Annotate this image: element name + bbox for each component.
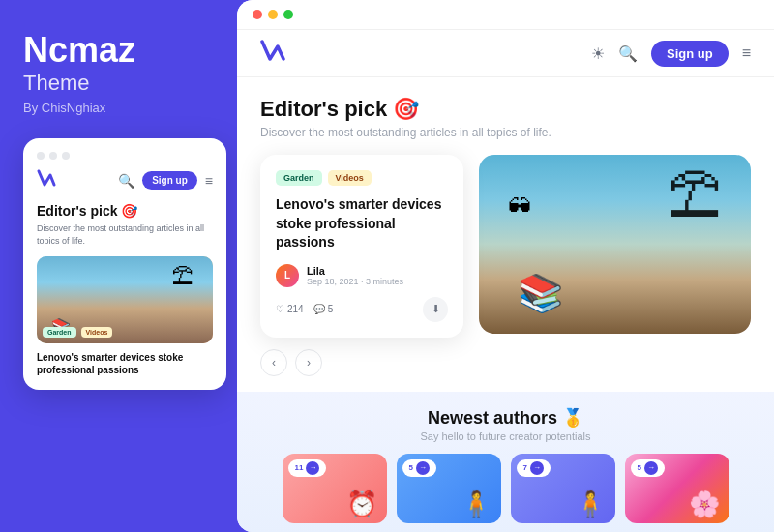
- browser-bar: [237, 0, 774, 30]
- heart-icon: ♡: [276, 304, 284, 314]
- mobile-dot-1: [37, 152, 45, 160]
- newest-authors-section: Newest authors 🥇 Say hello to future cre…: [237, 392, 774, 532]
- article-tag-garden[interactable]: Garden: [276, 170, 322, 186]
- mobile-hero-image: ⛱ 📚 Garden Videos: [37, 256, 213, 343]
- author-card-4-count: 5: [638, 463, 641, 472]
- author-card-3[interactable]: 7 → 🧍: [511, 454, 615, 523]
- mobile-article-title: Lenovo's smarter devices stoke professio…: [37, 351, 213, 376]
- article-title: Lenovo's smarter devices stoke professio…: [276, 195, 448, 252]
- mobile-article-tags: Garden Videos: [43, 327, 112, 338]
- newest-authors-heading: Newest authors 🥇: [260, 407, 751, 429]
- carousel-prev-button[interactable]: ‹: [260, 349, 287, 376]
- mobile-editors-pick-desc: Discover the most outstanding articles i…: [37, 222, 213, 247]
- brand: Ncmaz Theme: [23, 31, 214, 97]
- brand-byline: By ChisNghiax: [23, 101, 214, 115]
- hero-umbrella-icon: ⛱: [669, 164, 722, 226]
- editors-pick-subtitle: Discover the most outstanding articles i…: [260, 126, 751, 139]
- mobile-editors-pick-title: Editor's pick 🎯: [37, 203, 213, 219]
- author-card-1-count: 11: [295, 463, 304, 472]
- comments-stat: 💬 5: [313, 304, 334, 314]
- comment-icon: 💬: [313, 304, 325, 314]
- hero-beach-image: ⛱ 🕶 📚: [479, 155, 751, 334]
- comments-count: 5: [328, 304, 334, 314]
- desktop-logo-icon: [260, 40, 287, 67]
- mobile-dot-3: [62, 152, 70, 160]
- search-icon[interactable]: 🔍: [618, 44, 638, 63]
- mobile-tag-garden: Garden: [43, 327, 76, 338]
- browser-dot-red[interactable]: [253, 10, 262, 19]
- article-stats: ♡ 214 💬 5: [276, 304, 333, 314]
- mobile-mockup: 🔍 Sign up ≡ Editor's pick 🎯 Discover the…: [23, 138, 226, 390]
- download-button[interactable]: ⬇: [423, 297, 448, 322]
- likes-count: 214: [287, 304, 304, 314]
- article-tag-videos[interactable]: Videos: [328, 170, 372, 186]
- mobile-nav-right: 🔍 Sign up ≡: [118, 171, 213, 190]
- author-card-2-count: 5: [409, 463, 413, 472]
- author-card-2-arrow: →: [416, 461, 430, 475]
- author-card-3-badge: 7 →: [517, 459, 551, 477]
- carousel-next-button[interactable]: ›: [295, 349, 322, 376]
- author-card-3-arrow: →: [530, 461, 544, 475]
- mobile-menu-icon[interactable]: ≡: [205, 173, 213, 189]
- sidebar: Ncmaz Theme By ChisNghiax 🔍 Sign up ≡ Ed…: [0, 0, 237, 532]
- author-info: Lila Sep 18, 2021 · 3 minutes: [307, 265, 403, 286]
- authors-grid: 11 → ⏰ 5 → 🧍 7 → 🧍: [260, 454, 751, 523]
- hero-section: Editor's pick 🎯 Discover the most outsta…: [237, 77, 774, 392]
- mobile-top-bar: [37, 152, 213, 160]
- article-footer: ♡ 214 💬 5 ⬇: [276, 297, 448, 322]
- main-content: ☀ 🔍 Sign up ≡ Editor's pick 🎯 Discover t…: [237, 0, 774, 532]
- mobile-tag-videos: Videos: [81, 327, 113, 338]
- author-card-3-figure: 🧍: [575, 489, 606, 519]
- hero-books-icon: 📚: [518, 272, 563, 314]
- author-date: Sep 18, 2021 · 3 minutes: [307, 277, 403, 286]
- mobile-search-icon[interactable]: 🔍: [118, 173, 134, 189]
- sun-icon[interactable]: ☀: [591, 44, 605, 63]
- newest-authors-subtitle: Say hello to future creator potentials: [260, 430, 751, 442]
- mobile-signup-button[interactable]: Sign up: [142, 171, 197, 190]
- featured-article-card: Garden Videos Lenovo's smarter devices s…: [260, 155, 463, 338]
- likes-stat: ♡ 214: [276, 304, 304, 314]
- author-card-4-badge: 5 →: [631, 459, 665, 477]
- hero-glasses-icon: 🕶: [508, 193, 531, 221]
- browser-dot-green[interactable]: [283, 10, 293, 19]
- author-card-2-badge: 5 →: [402, 459, 436, 477]
- author-card-4-figure: 🌸: [689, 489, 720, 519]
- editors-pick-heading: Editor's pick 🎯: [260, 97, 751, 122]
- brand-title: Ncmaz: [23, 31, 214, 70]
- article-author: L Lila Sep 18, 2021 · 3 minutes: [276, 264, 448, 287]
- umbrella-icon: ⛱: [172, 264, 194, 289]
- author-card-3-count: 7: [523, 463, 527, 472]
- mobile-dot-2: [49, 152, 57, 160]
- author-card-4[interactable]: 5 → 🌸: [625, 454, 729, 523]
- carousel-nav: ‹ ›: [260, 349, 751, 376]
- desktop-signup-button[interactable]: Sign up: [651, 41, 729, 67]
- mobile-nav: 🔍 Sign up ≡: [37, 169, 213, 192]
- author-card-1-badge: 11 →: [288, 459, 327, 477]
- browser-dot-yellow[interactable]: [268, 10, 278, 19]
- author-card-4-arrow: →: [644, 461, 658, 475]
- mobile-logo-icon: [37, 169, 58, 192]
- hero-card-area: Garden Videos Lenovo's smarter devices s…: [260, 155, 751, 338]
- article-actions: ⬇: [423, 297, 448, 322]
- author-card-2[interactable]: 5 → 🧍: [397, 454, 501, 523]
- hamburger-icon[interactable]: ≡: [742, 44, 751, 62]
- article-tags: Garden Videos: [276, 170, 448, 186]
- brand-subtitle: Theme: [23, 70, 214, 98]
- author-card-1-arrow: →: [306, 461, 319, 475]
- desktop-nav-right: ☀ 🔍 Sign up ≡: [591, 41, 751, 67]
- author-card-1-figure: ⏰: [346, 489, 377, 519]
- author-card-1[interactable]: 11 → ⏰: [283, 454, 387, 523]
- author-name: Lila: [307, 265, 403, 277]
- desktop-nav: ☀ 🔍 Sign up ≡: [237, 30, 774, 77]
- author-card-2-figure: 🧍: [461, 489, 491, 519]
- author-avatar: L: [276, 264, 299, 287]
